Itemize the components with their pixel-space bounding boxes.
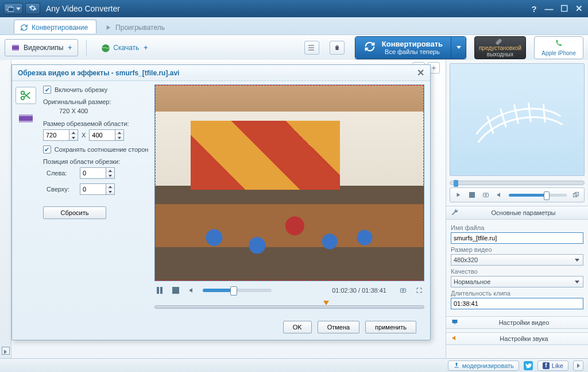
preview-play-button[interactable] xyxy=(454,190,463,200)
volume-slider[interactable] xyxy=(203,289,272,292)
video-preview[interactable] xyxy=(154,85,424,281)
speaker-icon xyxy=(451,335,459,343)
crop-width-input[interactable] xyxy=(43,129,69,141)
spin-down[interactable] xyxy=(106,173,114,178)
audio-settings-section[interactable]: Настройки звука xyxy=(446,332,588,345)
crop-height-input[interactable] xyxy=(89,129,115,141)
duration-label: Длительность клипа xyxy=(451,290,583,297)
trim-bar[interactable] xyxy=(154,301,424,313)
toolbar-separator xyxy=(86,40,87,56)
twitter-button[interactable] xyxy=(524,361,533,370)
preview-stop-button[interactable] xyxy=(467,190,477,200)
video-size-label: Размер видео xyxy=(451,246,583,253)
video-size-value: 480x320 xyxy=(454,256,478,263)
spin-down[interactable] xyxy=(69,135,78,140)
close-button[interactable]: ✕ xyxy=(573,3,585,14)
preview-seek-slider[interactable] xyxy=(450,181,585,185)
spin-down[interactable] xyxy=(115,135,123,140)
preview-snapshot-button[interactable] xyxy=(481,190,490,200)
svg-point-5 xyxy=(102,44,110,52)
effects-tool-tab[interactable] xyxy=(16,110,36,127)
spin-up[interactable] xyxy=(106,168,114,173)
preview-mute-button[interactable] xyxy=(495,190,504,200)
pos-top-input[interactable] xyxy=(80,183,106,195)
params-heading: Основные параметры xyxy=(463,209,583,216)
trim-handle[interactable] xyxy=(322,301,328,313)
window-layout-button[interactable] xyxy=(3,3,23,14)
orig-size-label: Оригинальный размер: xyxy=(43,98,149,105)
svg-rect-20 xyxy=(483,193,489,197)
pos-top-spinner[interactable] xyxy=(80,183,115,195)
snapshot-button[interactable] xyxy=(398,285,408,296)
tab-player[interactable]: Проигрыватель xyxy=(98,20,173,33)
tab-convert[interactable]: Конвертирование xyxy=(14,20,96,33)
svg-point-18 xyxy=(403,290,404,292)
cancel-button[interactable]: Отмена xyxy=(318,321,359,333)
dialog-close-button[interactable]: ✕ xyxy=(417,67,424,78)
svg-rect-1 xyxy=(8,7,14,11)
duration-input[interactable] xyxy=(451,298,583,309)
maximize-button[interactable]: ☐ xyxy=(558,3,570,14)
svg-rect-16 xyxy=(172,287,179,294)
svg-rect-19 xyxy=(469,192,475,198)
output-device-button[interactable]: Apple iPhone xyxy=(534,36,583,59)
expand-right-panel[interactable] xyxy=(573,361,583,371)
pause-button[interactable] xyxy=(154,285,165,296)
download-button[interactable]: Скачать + xyxy=(95,39,153,56)
stop-button[interactable] xyxy=(171,285,181,296)
preview-volume-slider[interactable] xyxy=(509,194,567,197)
spin-up[interactable] xyxy=(115,130,123,135)
quality-select[interactable]: Нормальное xyxy=(451,276,583,287)
keep-ratio-checkbox[interactable] xyxy=(43,145,51,154)
ok-button[interactable]: OK xyxy=(283,321,312,333)
spin-up[interactable] xyxy=(69,130,78,135)
device-label: Apple iPhone xyxy=(541,50,576,56)
svg-rect-13 xyxy=(19,121,33,122)
quality-value: Нормальное xyxy=(454,278,490,285)
pos-left-input[interactable] xyxy=(80,167,106,179)
preview-popout-button[interactable] xyxy=(571,190,581,200)
crop-effects-dialog: Обрезка видео и эффекты - smurfs_[tfile.… xyxy=(11,64,431,340)
convert-dropdown[interactable] xyxy=(451,37,466,59)
filmstrip-icon xyxy=(11,43,20,52)
preset-label-1: предустановкой xyxy=(479,45,521,51)
quality-label: Качество xyxy=(451,268,583,275)
reset-button[interactable]: Сбросить xyxy=(43,206,106,219)
orig-size-value: 720 X 400 xyxy=(59,108,149,114)
pos-left-spinner[interactable] xyxy=(80,167,115,179)
chevron-down-icon xyxy=(16,7,21,10)
delete-button[interactable] xyxy=(330,41,345,55)
crop-tool-tab[interactable] xyxy=(16,87,36,104)
add-clips-button[interactable]: Видеоклипы + xyxy=(5,39,78,56)
filename-label: Имя файла xyxy=(451,224,583,231)
video-size-select[interactable]: 480x320 xyxy=(451,254,583,266)
like-label: Like xyxy=(552,362,563,369)
help-button[interactable]: ? xyxy=(528,4,540,14)
settings-button[interactable] xyxy=(25,3,40,14)
tab-player-label: Проигрыватель xyxy=(115,24,165,32)
crop-width-spinner[interactable] xyxy=(43,129,78,141)
monitor-icon xyxy=(6,6,14,12)
output-preset-button[interactable]: предустановкой выходных xyxy=(474,36,526,59)
apply-button[interactable]: применить xyxy=(365,321,416,333)
spin-up[interactable] xyxy=(106,184,114,189)
fullscreen-button[interactable] xyxy=(414,285,424,296)
video-settings-section[interactable]: Настройки видео xyxy=(446,316,588,329)
filename-input[interactable] xyxy=(451,232,583,244)
svg-rect-15 xyxy=(160,287,163,294)
mute-button[interactable] xyxy=(187,285,197,296)
film-icon xyxy=(18,113,33,124)
spin-down[interactable] xyxy=(106,189,114,194)
crop-height-spinner[interactable] xyxy=(89,129,124,141)
expand-left-panel[interactable] xyxy=(2,347,10,355)
svg-rect-17 xyxy=(401,289,406,293)
minimize-button[interactable]: — xyxy=(543,4,555,14)
list-options-button[interactable] xyxy=(304,41,319,55)
enable-crop-checkbox[interactable] xyxy=(43,86,51,94)
filmstrip-placeholder-icon xyxy=(468,90,566,149)
pos-top-label: Сверху: xyxy=(47,186,76,193)
convert-now-button[interactable]: Конвертировать Все файлы теперь xyxy=(355,36,466,59)
upgrade-button[interactable]: модернизировать xyxy=(448,361,519,371)
facebook-like-button[interactable]: f Like xyxy=(537,361,568,371)
svg-point-21 xyxy=(485,194,487,196)
